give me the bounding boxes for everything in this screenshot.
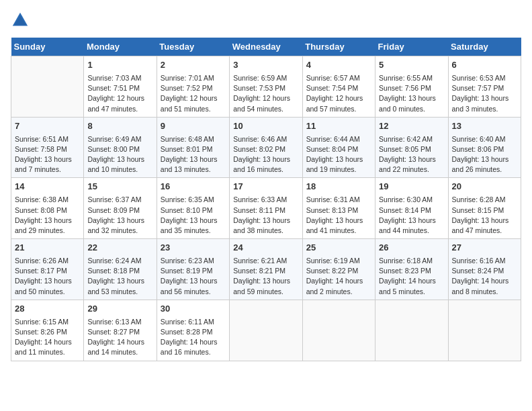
day-number: 13 xyxy=(452,120,517,133)
calendar-cell: 5Sunrise: 6:55 AMSunset: 7:56 PMDaylight… xyxy=(375,56,448,118)
page-header xyxy=(11,11,521,30)
calendar-header-row: SundayMondayTuesdayWednesdayThursdayFrid… xyxy=(11,38,521,56)
day-number: 20 xyxy=(452,181,517,193)
calendar-cell: 21Sunrise: 6:26 AMSunset: 8:17 PMDayligh… xyxy=(11,239,84,300)
calendar-cell: 6Sunrise: 6:53 AMSunset: 7:57 PMDaylight… xyxy=(448,56,521,118)
calendar-cell: 16Sunrise: 6:35 AMSunset: 8:10 PMDayligh… xyxy=(157,178,229,239)
calendar-cell: 26Sunrise: 6:18 AMSunset: 8:23 PMDayligh… xyxy=(375,239,448,300)
day-info: Sunrise: 6:35 AMSunset: 8:10 PMDaylight:… xyxy=(161,195,226,236)
day-info: Sunrise: 6:53 AMSunset: 7:57 PMDaylight:… xyxy=(452,73,517,114)
day-number: 4 xyxy=(306,59,371,72)
day-info: Sunrise: 6:31 AMSunset: 8:13 PMDaylight:… xyxy=(306,195,371,236)
calendar-cell: 30Sunrise: 6:11 AMSunset: 8:28 PMDayligh… xyxy=(157,300,229,361)
calendar-cell xyxy=(230,300,302,361)
day-info: Sunrise: 6:19 AMSunset: 8:22 PMDaylight:… xyxy=(306,256,371,297)
calendar-cell: 2Sunrise: 7:01 AMSunset: 7:52 PMDaylight… xyxy=(157,56,229,118)
day-number: 30 xyxy=(161,303,226,316)
column-header-monday: Monday xyxy=(84,38,157,56)
day-info: Sunrise: 6:51 AMSunset: 7:58 PMDaylight:… xyxy=(15,134,80,175)
day-number: 24 xyxy=(233,242,298,255)
day-number: 2 xyxy=(161,59,226,72)
day-info: Sunrise: 6:15 AMSunset: 8:26 PMDaylight:… xyxy=(15,317,80,358)
calendar-cell: 28Sunrise: 6:15 AMSunset: 8:26 PMDayligh… xyxy=(11,300,84,361)
day-info: Sunrise: 7:03 AMSunset: 7:51 PMDaylight:… xyxy=(87,73,152,114)
day-info: Sunrise: 6:49 AMSunset: 8:00 PMDaylight:… xyxy=(87,134,152,175)
logo-icon xyxy=(11,11,30,30)
day-info: Sunrise: 6:30 AMSunset: 8:14 PMDaylight:… xyxy=(379,195,444,236)
calendar-cell: 9Sunrise: 6:48 AMSunset: 8:01 PMDaylight… xyxy=(157,117,229,178)
day-number: 22 xyxy=(87,242,152,255)
day-info: Sunrise: 6:57 AMSunset: 7:54 PMDaylight:… xyxy=(306,73,371,114)
column-header-sunday: Sunday xyxy=(11,38,84,56)
day-number: 23 xyxy=(161,242,226,255)
day-info: Sunrise: 6:55 AMSunset: 7:56 PMDaylight:… xyxy=(379,73,444,114)
day-number: 9 xyxy=(161,120,226,133)
calendar-week-4: 21Sunrise: 6:26 AMSunset: 8:17 PMDayligh… xyxy=(11,239,521,300)
day-info: Sunrise: 6:28 AMSunset: 8:15 PMDaylight:… xyxy=(452,195,517,236)
day-info: Sunrise: 6:33 AMSunset: 8:11 PMDaylight:… xyxy=(233,195,298,236)
day-number: 28 xyxy=(15,303,80,316)
column-header-saturday: Saturday xyxy=(448,38,521,56)
calendar-cell: 27Sunrise: 6:16 AMSunset: 8:24 PMDayligh… xyxy=(448,239,521,300)
calendar-cell: 1Sunrise: 7:03 AMSunset: 7:51 PMDaylight… xyxy=(84,56,157,118)
calendar-cell: 25Sunrise: 6:19 AMSunset: 8:22 PMDayligh… xyxy=(302,239,375,300)
day-number: 18 xyxy=(306,181,371,193)
day-info: Sunrise: 6:18 AMSunset: 8:23 PMDaylight:… xyxy=(379,256,444,297)
day-info: Sunrise: 6:42 AMSunset: 8:05 PMDaylight:… xyxy=(379,134,444,175)
calendar-cell xyxy=(448,300,521,361)
day-info: Sunrise: 7:01 AMSunset: 7:52 PMDaylight:… xyxy=(161,73,226,114)
column-header-tuesday: Tuesday xyxy=(157,38,229,56)
day-number: 17 xyxy=(233,181,298,193)
day-number: 8 xyxy=(87,120,152,133)
day-info: Sunrise: 6:26 AMSunset: 8:17 PMDaylight:… xyxy=(15,256,80,297)
calendar-cell: 12Sunrise: 6:42 AMSunset: 8:05 PMDayligh… xyxy=(375,117,448,178)
day-number: 29 xyxy=(87,303,152,316)
calendar-week-2: 7Sunrise: 6:51 AMSunset: 7:58 PMDaylight… xyxy=(11,117,521,178)
calendar-cell: 4Sunrise: 6:57 AMSunset: 7:54 PMDaylight… xyxy=(302,56,375,118)
calendar-table: SundayMondayTuesdayWednesdayThursdayFrid… xyxy=(11,38,521,361)
day-number: 16 xyxy=(161,181,226,193)
day-info: Sunrise: 6:59 AMSunset: 7:53 PMDaylight:… xyxy=(233,73,298,114)
day-number: 6 xyxy=(452,59,517,72)
day-number: 7 xyxy=(15,120,80,133)
day-info: Sunrise: 6:48 AMSunset: 8:01 PMDaylight:… xyxy=(161,134,226,175)
day-number: 27 xyxy=(452,242,517,255)
day-info: Sunrise: 6:38 AMSunset: 8:08 PMDaylight:… xyxy=(15,195,80,236)
day-info: Sunrise: 6:24 AMSunset: 8:18 PMDaylight:… xyxy=(87,256,152,297)
day-number: 19 xyxy=(379,181,444,193)
day-number: 25 xyxy=(306,242,371,255)
day-info: Sunrise: 6:11 AMSunset: 8:28 PMDaylight:… xyxy=(161,317,226,358)
column-header-wednesday: Wednesday xyxy=(230,38,302,56)
day-number: 11 xyxy=(306,120,371,133)
day-info: Sunrise: 6:13 AMSunset: 8:27 PMDaylight:… xyxy=(87,317,152,358)
day-info: Sunrise: 6:46 AMSunset: 8:02 PMDaylight:… xyxy=(233,134,298,175)
calendar-cell: 23Sunrise: 6:23 AMSunset: 8:19 PMDayligh… xyxy=(157,239,229,300)
day-number: 10 xyxy=(233,120,298,133)
day-number: 26 xyxy=(379,242,444,255)
column-header-friday: Friday xyxy=(375,38,448,56)
day-info: Sunrise: 6:37 AMSunset: 8:09 PMDaylight:… xyxy=(87,195,152,236)
day-number: 5 xyxy=(379,59,444,72)
calendar-cell: 18Sunrise: 6:31 AMSunset: 8:13 PMDayligh… xyxy=(302,178,375,239)
calendar-cell: 8Sunrise: 6:49 AMSunset: 8:00 PMDaylight… xyxy=(84,117,157,178)
calendar-cell: 19Sunrise: 6:30 AMSunset: 8:14 PMDayligh… xyxy=(375,178,448,239)
calendar-cell xyxy=(375,300,448,361)
day-info: Sunrise: 6:23 AMSunset: 8:19 PMDaylight:… xyxy=(161,256,226,297)
day-number: 1 xyxy=(87,59,152,72)
calendar-cell: 29Sunrise: 6:13 AMSunset: 8:27 PMDayligh… xyxy=(84,300,157,361)
calendar-cell: 22Sunrise: 6:24 AMSunset: 8:18 PMDayligh… xyxy=(84,239,157,300)
calendar-cell: 7Sunrise: 6:51 AMSunset: 7:58 PMDaylight… xyxy=(11,117,84,178)
calendar-cell: 11Sunrise: 6:44 AMSunset: 8:04 PMDayligh… xyxy=(302,117,375,178)
calendar-cell: 24Sunrise: 6:21 AMSunset: 8:21 PMDayligh… xyxy=(230,239,302,300)
calendar-cell: 10Sunrise: 6:46 AMSunset: 8:02 PMDayligh… xyxy=(230,117,302,178)
day-number: 12 xyxy=(379,120,444,133)
calendar-cell: 15Sunrise: 6:37 AMSunset: 8:09 PMDayligh… xyxy=(84,178,157,239)
logo xyxy=(11,11,32,30)
calendar-cell xyxy=(302,300,375,361)
calendar-week-1: 1Sunrise: 7:03 AMSunset: 7:51 PMDaylight… xyxy=(11,56,521,118)
day-info: Sunrise: 6:16 AMSunset: 8:24 PMDaylight:… xyxy=(452,256,517,297)
calendar-cell: 20Sunrise: 6:28 AMSunset: 8:15 PMDayligh… xyxy=(448,178,521,239)
day-number: 14 xyxy=(15,181,80,193)
day-number: 3 xyxy=(233,59,298,72)
calendar-cell: 17Sunrise: 6:33 AMSunset: 8:11 PMDayligh… xyxy=(230,178,302,239)
